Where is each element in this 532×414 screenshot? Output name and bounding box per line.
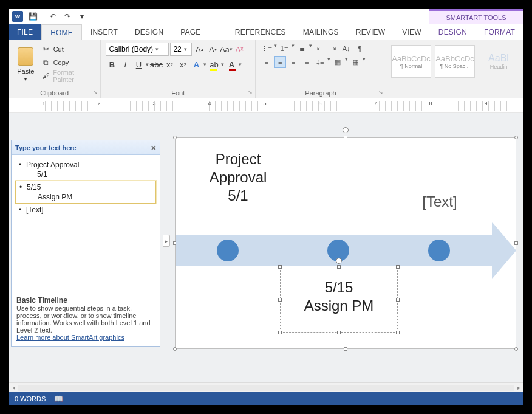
font-color-button[interactable]: A — [225, 58, 237, 71]
spellcheck-icon[interactable]: 📖 — [54, 395, 63, 403]
increase-indent-button[interactable]: ⇥ — [327, 43, 339, 55]
tab-insert[interactable]: INSERT — [82, 24, 126, 40]
style-normal[interactable]: AaBbCcDc¶ Normal — [391, 45, 431, 78]
resize-handle[interactable] — [337, 265, 341, 269]
tab-mailings[interactable]: MAILINGS — [295, 24, 347, 40]
bullets-button[interactable]: ⋮≡ — [261, 43, 273, 55]
copy-button[interactable]: ⧉Copy — [42, 56, 96, 69]
text-pane-item-selected[interactable]: 5/15 Assign PM — [15, 181, 156, 204]
tab-smartart-format[interactable]: FORMAT — [476, 24, 523, 40]
desc-text: Use to show sequential steps in a task, … — [16, 305, 151, 334]
scroll-left-icon[interactable]: ◂ — [9, 384, 18, 391]
smartart-canvas[interactable]: Project Approval 5/1 [Text] 5/15 Assign … — [175, 137, 516, 349]
horizontal-ruler[interactable]: 1234567891011121314151617 — [9, 98, 523, 113]
save-icon[interactable]: 💾 — [27, 10, 39, 22]
paste-button[interactable]: Paste ▾ — [13, 43, 38, 86]
multilevel-button[interactable]: ≣ — [296, 43, 308, 55]
rotate-handle-icon[interactable] — [336, 258, 342, 264]
font-name-combo[interactable]: Calibri (Body)▾ — [106, 43, 169, 56]
tab-smartart-design[interactable]: DESIGN — [430, 24, 476, 40]
superscript-button[interactable]: x2 — [177, 58, 189, 71]
smartart-text-pane: Type your text here × Project Approval 5… — [11, 140, 160, 347]
resize-handle[interactable] — [344, 347, 347, 351]
strikethrough-button[interactable]: abc — [150, 58, 162, 71]
show-marks-button[interactable]: ¶ — [353, 43, 366, 55]
line-spacing-button[interactable]: ‡≡ — [314, 56, 326, 68]
rotate-handle-icon[interactable] — [343, 127, 349, 133]
horizontal-scrollbar[interactable]: ◂ ▸ — [9, 382, 523, 392]
style-no-spacing[interactable]: AaBbCcDc¶ No Spac... — [435, 45, 475, 78]
resize-handle[interactable] — [278, 331, 282, 334]
tab-references[interactable]: REFERENCES — [227, 24, 295, 40]
align-right-button[interactable]: ≡ — [287, 56, 299, 68]
group-clipboard: Paste ▾ ✂Cut ⧉Copy 🖌Format Painter Clipb… — [9, 40, 101, 98]
brush-icon: 🖌 — [42, 72, 50, 80]
tab-file[interactable]: FILE — [9, 24, 41, 40]
align-center-button[interactable]: ≡ — [274, 56, 286, 68]
resize-handle[interactable] — [173, 136, 177, 139]
change-case-button[interactable]: Aa▾ — [220, 43, 232, 55]
resize-handle[interactable] — [514, 136, 518, 139]
resize-handle[interactable] — [337, 331, 341, 334]
shading-button[interactable]: ▩ — [332, 56, 344, 68]
resize-handle[interactable] — [278, 265, 282, 269]
resize-handle[interactable] — [396, 265, 400, 269]
text-pane-description: Basic Timeline Use to show sequential st… — [12, 291, 160, 346]
text-pane-item[interactable]: Project Approval 5/1 — [15, 159, 156, 181]
resize-handle[interactable] — [278, 298, 282, 302]
decrease-indent-button[interactable]: ⇤ — [313, 43, 326, 55]
resize-handle[interactable] — [344, 136, 347, 139]
resize-handle[interactable] — [396, 331, 400, 334]
underline-button[interactable]: U — [132, 58, 145, 71]
cut-button[interactable]: ✂Cut — [42, 43, 96, 56]
scissors-icon: ✂ — [42, 45, 50, 53]
timeline-text-1[interactable]: Project Approval 5/1 — [188, 150, 288, 205]
group-label-paragraph: Paragraph↘ — [261, 88, 381, 97]
close-icon[interactable]: × — [151, 143, 156, 153]
text-pane-title-bar: Type your text here × — [12, 140, 160, 155]
borders-button[interactable]: ▦ — [349, 56, 361, 68]
grow-font-icon[interactable]: A▴ — [193, 43, 205, 55]
tab-review[interactable]: REVIEW — [347, 24, 394, 40]
redo-icon[interactable]: ↷ — [61, 10, 73, 22]
tab-home[interactable]: HOME — [41, 24, 82, 40]
scroll-right-icon[interactable]: ▸ — [514, 384, 523, 391]
timeline-text-2[interactable]: 5/15 Assign PM — [281, 267, 397, 315]
resize-handle[interactable] — [173, 347, 177, 351]
shrink-font-icon[interactable]: A▾ — [206, 43, 219, 55]
subscript-button[interactable]: x2 — [163, 58, 176, 71]
undo-icon[interactable]: ↶ — [47, 10, 59, 22]
align-left-button[interactable]: ≡ — [261, 56, 273, 68]
dialog-launcher-icon[interactable]: ↘ — [248, 89, 253, 95]
bold-button[interactable]: B — [106, 58, 118, 71]
selected-shape[interactable]: 5/15 Assign PM — [280, 267, 398, 333]
justify-button[interactable]: ≡ — [301, 56, 313, 68]
font-size-combo[interactable]: 22▾ — [170, 43, 192, 56]
word-count[interactable]: 0 WORDS — [15, 395, 46, 402]
italic-button[interactable]: I — [119, 58, 131, 71]
sort-button[interactable]: A↓ — [340, 43, 352, 55]
tab-view[interactable]: VIEW — [394, 24, 429, 40]
text-pane-toggle[interactable]: ▸ — [163, 235, 170, 247]
tab-design[interactable]: DESIGN — [126, 24, 172, 40]
style-heading[interactable]: AaBlHeadin — [479, 45, 519, 78]
timeline-dot[interactable] — [428, 240, 450, 261]
format-painter-button[interactable]: 🖌Format Painter — [42, 69, 96, 83]
resize-handle[interactable] — [514, 347, 518, 351]
dialog-launcher-icon[interactable]: ↘ — [93, 89, 98, 95]
scroll-track[interactable] — [18, 385, 514, 391]
tab-page-layout[interactable]: PAGE LAYOUT — [172, 24, 227, 40]
highlight-button[interactable]: ab — [208, 58, 220, 71]
clear-formatting-icon[interactable]: Aᵡ — [233, 43, 245, 55]
text-pane-body[interactable]: Project Approval 5/1 5/15 Assign PM [Tex… — [12, 155, 160, 291]
timeline-dot[interactable] — [217, 240, 239, 261]
status-bar: 0 WORDS 📖 — [9, 392, 523, 405]
numbering-button[interactable]: 1≡ — [278, 43, 290, 55]
qat-customize-icon[interactable]: ▾ — [76, 10, 88, 22]
text-pane-item[interactable]: [Text] — [15, 204, 156, 216]
learn-more-link[interactable]: Learn more about SmartArt graphics — [16, 334, 124, 341]
resize-handle[interactable] — [396, 298, 400, 302]
dialog-launcher-icon[interactable]: ↘ — [378, 89, 383, 95]
text-effects-button[interactable]: A — [190, 58, 202, 71]
timeline-text-3[interactable]: [Text] — [400, 193, 479, 211]
